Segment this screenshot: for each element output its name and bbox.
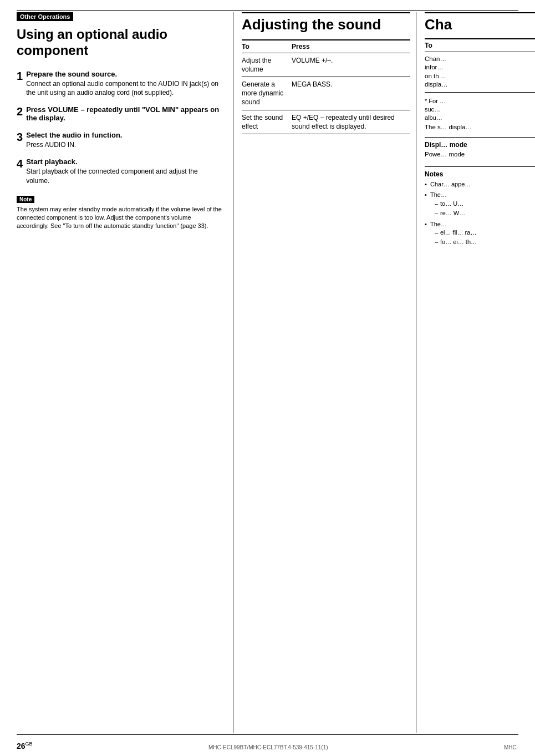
step-1-content: Prepare the sound source. Connect an opt… [26,70,222,98]
note-sub-4: fo… ei… th… [430,238,535,246]
disp-mode-title: Displ… mode [425,137,535,149]
step-3: 3 Select the audio in function. Press AU… [17,131,222,150]
row2-to: Generate a more dynamic sound [242,77,292,110]
content-area: Other Operations Using an optional audio… [17,12,535,733]
table-row: Chan…infor…on th…displa… [425,52,535,92]
bottom-border [17,734,518,735]
table-row: Set the sound effect EQ +/EQ – repeatedl… [242,110,410,134]
section-label: Other Operations [17,12,73,21]
notes-header: Notes [425,166,535,178]
star-note: * For …suc…albu… [425,97,535,123]
step-4: 4 Start playback. Start playback of the … [17,158,222,186]
sound-table: To Press Adjust the volume VOLUME +/–. G… [242,39,410,134]
step-1: 1 Prepare the sound source. Connect an o… [17,70,222,98]
step-3-content: Select the audio in function. Press AUDI… [26,131,222,150]
step-3-title: Select the audio in function. [26,131,222,139]
note-text: The system may enter standby mode automa… [17,205,222,231]
middle-column: Adjusting the sound To Press Adjust the … [233,12,416,733]
disp-mode-body: Powe… mode [425,150,535,159]
footer-model-left: MHC-ECL99BT/MHC-ECL77BT.4-539-415-11(1) [208,744,328,750]
table-row: Generate a more dynamic sound MEGA BASS. [242,77,410,110]
step-2-content: Press VOLUME – repeatedly until "VOL MIN… [26,105,222,123]
row1-to: Adjust the volume [242,53,292,77]
col-press-header: Press [292,40,410,53]
cha-heading: Cha [425,12,535,33]
note-box: Note The system may enter standby mode a… [17,195,222,231]
right-column: Cha To Chan…infor…on th…displa… * For …s… [416,12,535,733]
note-sub-3: el… fil… ra… [430,229,535,237]
step-2: 2 Press VOLUME – repeatedly until "VOL M… [17,105,222,123]
right-table: To Chan…infor…on th…displa… [425,38,535,93]
footer: 26GB MHC-ECL99BT/MHC-ECL77BT.4-539-415-1… [0,741,535,750]
note-bullet-3: The… el… fil… ra… fo… ei… th… [425,220,535,247]
col-to-header: To [242,40,292,53]
note-label: Note [17,196,34,203]
main-heading: Using an optional audio component [17,27,222,59]
step-3-number: 3 [17,131,23,143]
row2-press: MEGA BASS. [292,77,410,110]
step-4-content: Start playback. Start playback of the co… [26,158,222,186]
step-4-title: Start playback. [26,158,222,166]
left-column: Other Operations Using an optional audio… [17,12,233,733]
step-4-number: 4 [17,158,23,170]
note-bullet-1: Char… appe… [425,180,535,189]
step-3-body: Press AUDIO IN. [26,140,222,150]
note-bullet-2: The… to… U… re… W… [425,191,535,217]
right-row1-to: Chan…infor…on th…displa… [425,52,535,92]
step-2-title: Press VOLUME – repeatedly until "VOL MIN… [26,105,222,122]
table-row: Adjust the volume VOLUME +/–. [242,53,410,77]
step-1-number: 1 [17,70,23,82]
row3-to: Set the sound effect [242,110,292,134]
right-para1: The s… displa… [425,123,535,131]
top-border [17,10,518,11]
right-col-to-header: To [425,39,535,52]
row3-press: EQ +/EQ – repeatedly until desired sound… [292,110,410,134]
row1-press: VOLUME +/–. [292,53,410,77]
footer-model-right: MHC- [504,744,518,750]
step-4-body: Start playback of the connected componen… [26,167,222,186]
step-1-body: Connect an optional audio component to t… [26,79,222,98]
adj-heading: Adjusting the sound [242,12,410,33]
step-1-title: Prepare the sound source. [26,70,222,78]
page-number: 26GB [17,741,33,750]
note-sub-1: to… U… [430,200,535,208]
step-2-number: 2 [17,105,23,118]
note-sub-2: re… W… [430,209,535,217]
